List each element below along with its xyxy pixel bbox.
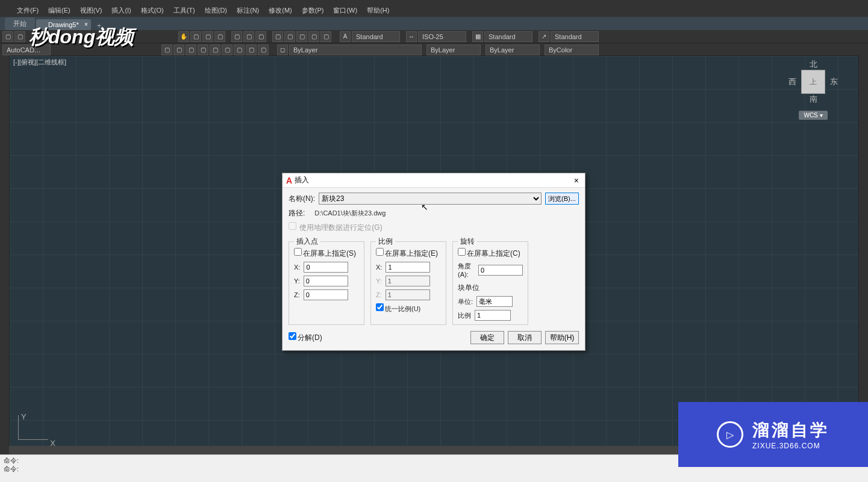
tool-icon[interactable]: ▢ [231, 31, 242, 42]
onscreen-s-checkbox[interactable] [294, 248, 302, 256]
ucs-icon: Y X [18, 415, 48, 440]
layer-icon[interactable]: ▢ [161, 45, 172, 55]
tool-icon[interactable]: ▢ [243, 31, 254, 42]
layer-icon[interactable]: ▢ [198, 45, 208, 55]
wcs-dropdown[interactable]: WCS ▾ [799, 111, 827, 120]
dimstyle-icon[interactable]: ↔ [406, 31, 417, 42]
linetype-combo[interactable]: ByLayer [426, 45, 481, 55]
tool-icon[interactable]: ▢ [214, 31, 225, 42]
rotate-legend: 旋转 [458, 236, 477, 247]
explode-checkbox[interactable] [289, 332, 296, 340]
angle-input[interactable] [478, 265, 523, 276]
help-button[interactable]: 帮助(H) [545, 331, 579, 344]
onscreen-e-checkbox[interactable] [376, 248, 384, 256]
menu-edit[interactable]: 编辑(E) [43, 6, 75, 15]
layer-icon[interactable]: ▢ [234, 45, 245, 55]
dimstyle-combo[interactable]: ISO-25 [418, 31, 466, 42]
pan-icon[interactable]: ✋ [178, 31, 189, 42]
viewcube-west[interactable]: 西 [788, 76, 796, 87]
tablestyle-icon[interactable]: ▦ [472, 31, 483, 42]
color-swatch-icon[interactable]: ◻ [277, 45, 288, 55]
menu-help[interactable]: 帮助(H) [362, 6, 394, 15]
layer-icon[interactable]: ▢ [258, 45, 269, 55]
tool-icon[interactable]: ▢ [2, 31, 13, 42]
tool-icon[interactable]: ▢ [308, 31, 319, 42]
viewcube-north[interactable]: 北 [810, 59, 817, 70]
uniform-checkbox[interactable] [376, 303, 384, 311]
view-cube[interactable]: 北 西 上 东 南 WCS ▾ [780, 59, 846, 143]
viewcube-east[interactable]: 东 [830, 76, 838, 87]
ratio-label: 比例 [458, 311, 471, 320]
browse-button[interactable]: 浏览(B)... [545, 193, 579, 205]
viewcube-top-face[interactable]: 上 [801, 70, 825, 94]
menu-bar: 文件(F) 编辑(E) 视图(V) 插入(I) 格式(O) 工具(T) 绘图(D… [0, 4, 868, 17]
sz-label: Z: [376, 291, 382, 298]
textstyle-combo[interactable]: Standard [352, 31, 400, 42]
x-input[interactable] [304, 262, 348, 273]
tablestyle-combo[interactable]: Standard [484, 31, 532, 42]
mleaderstyle-icon[interactable]: ↗ [539, 31, 549, 42]
ucs-y-label: Y [21, 412, 27, 421]
tool-icon[interactable]: ▢ [202, 31, 213, 42]
onscreen-e-label[interactable]: 在屏幕上指定(E) [376, 249, 438, 258]
textstyle-icon[interactable]: A [340, 31, 351, 42]
menu-file[interactable]: 文件(F) [12, 6, 43, 15]
tool-icon[interactable]: ▢ [320, 31, 331, 42]
cancel-button[interactable]: 取消 [508, 331, 542, 344]
menu-modify[interactable]: 修改(M) [264, 6, 297, 15]
name-combo[interactable]: 新块23 [319, 193, 542, 205]
left-tool-palette[interactable] [0, 55, 9, 454]
menu-tools[interactable]: 工具(T) [169, 6, 200, 15]
z-input[interactable] [304, 289, 348, 300]
mleaderstyle-combo[interactable]: Standard [551, 31, 599, 42]
menu-view[interactable]: 视图(V) [75, 6, 107, 15]
tool-icon[interactable]: ▢ [272, 31, 283, 42]
menu-param[interactable]: 参数(P) [297, 6, 329, 15]
menu-draw[interactable]: 绘图(D) [200, 6, 232, 15]
z-label: Z: [294, 291, 300, 298]
layer-icon[interactable]: ▢ [222, 45, 233, 55]
watermark-logo-left: 秒dong视频 [29, 24, 134, 51]
y-input[interactable] [304, 276, 348, 286]
insert-point-group: 插入点 在屏幕上指定(S) X: Y: Z: [289, 236, 364, 325]
watermark-right-url: ZIXUE.3D66.COM [752, 442, 829, 450]
layer-icon[interactable]: ▢ [173, 45, 184, 55]
insert-dialog: A 插入 × 名称(N): 新块23 浏览(B)... 路径: D:\CAD1\… [282, 173, 585, 351]
insert-point-legend: 插入点 [294, 236, 320, 247]
menu-dim[interactable]: 标注(N) [232, 6, 264, 15]
sx-label: X: [376, 264, 382, 271]
color-combo[interactable]: ByLayer [289, 45, 422, 55]
layer-icon[interactable]: ▢ [210, 45, 220, 55]
menu-format[interactable]: 格式(O) [136, 6, 169, 15]
explode-label[interactable]: 分解(D) [289, 332, 322, 343]
onscreen-c-label[interactable]: 在屏幕上指定(C) [458, 249, 520, 258]
onscreen-s-label[interactable]: 在屏幕上指定(S) [294, 249, 356, 258]
tool-icon[interactable]: ▢ [255, 31, 266, 42]
dialog-titlebar[interactable]: A 插入 × [283, 173, 585, 188]
unit-title: 块单位 [458, 283, 523, 293]
tool-icon[interactable]: ▢ [190, 31, 201, 42]
layer-icon[interactable]: ▢ [246, 45, 257, 55]
view-control-label[interactable]: [-][俯视][二维线框] [13, 58, 66, 67]
plotstyle-combo[interactable]: ByColor [545, 45, 599, 55]
right-tool-palette[interactable] [859, 55, 868, 454]
menu-insert[interactable]: 插入(I) [107, 6, 136, 15]
geo-checkbox [289, 222, 296, 230]
sy-label: Y: [376, 277, 382, 285]
menu-window[interactable]: 窗口(W) [328, 6, 362, 15]
layer-icon[interactable]: ▢ [186, 45, 196, 55]
angle-label: 角度(A): [458, 262, 475, 278]
onscreen-c-checkbox[interactable] [458, 248, 466, 256]
lineweight-combo[interactable]: ByLayer [486, 45, 540, 55]
tool-icon[interactable]: ▢ [14, 31, 25, 42]
ok-button[interactable]: 确定 [470, 331, 504, 344]
viewcube-south[interactable]: 南 [810, 94, 817, 105]
uniform-label[interactable]: 统一比例(U) [376, 303, 420, 314]
sx-input[interactable] [386, 262, 430, 273]
dialog-title-text: 插入 [295, 175, 309, 185]
tool-icon[interactable]: ▢ [296, 31, 307, 42]
scale-legend: 比例 [376, 236, 395, 247]
tool-icon[interactable]: ▢ [284, 31, 295, 42]
close-icon[interactable]: × [572, 176, 581, 185]
watermark-right-text: 溜溜自学 [752, 419, 829, 442]
